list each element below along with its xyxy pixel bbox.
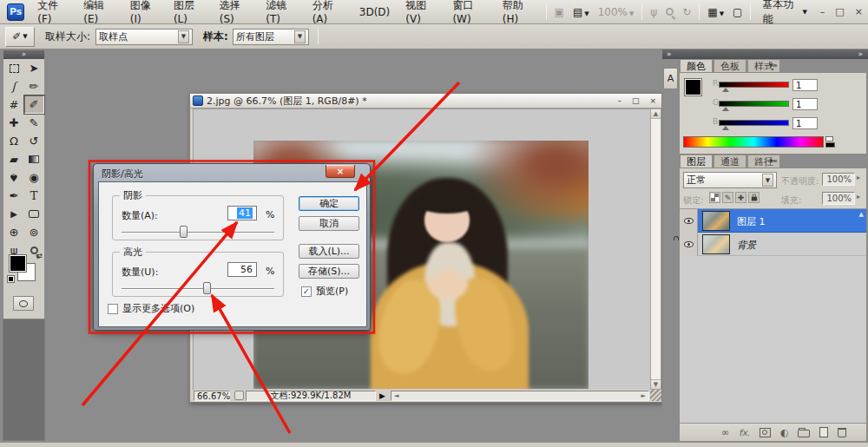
3d-orbit-tool[interactable]: ⊚ — [24, 223, 44, 241]
delete-layer-icon[interactable] — [838, 428, 846, 437]
add-mask-icon[interactable] — [760, 428, 771, 437]
quick-selection-tool[interactable]: ✏ — [24, 77, 44, 95]
3d-rotate-tool[interactable]: ⊕ — [4, 223, 24, 241]
slider-thumb-icon[interactable] — [722, 107, 729, 111]
dodge-tool[interactable]: ◉ — [24, 168, 44, 187]
scroll-up-icon[interactable]: ▲ — [859, 211, 864, 218]
bridge-icon[interactable]: ▣ — [550, 6, 569, 18]
app-minimize-button[interactable]: – — [815, 6, 831, 17]
scroll-down-icon[interactable]: ▼ — [651, 379, 661, 389]
arrange-documents-icon[interactable]: ▦▼ — [703, 6, 728, 18]
blue-channel-slider[interactable] — [719, 120, 789, 126]
eyedropper-tool-selected[interactable]: ✐ — [24, 95, 44, 114]
layer-style-fx-icon[interactable]: fx. — [739, 428, 750, 437]
blend-mode-select[interactable]: 正常 ▼ — [683, 172, 777, 188]
foreground-color-swatch[interactable] — [10, 255, 26, 272]
menu-filter[interactable]: 滤镜(T) — [258, 3, 304, 22]
vertical-scrollbar[interactable]: ▲ ▼ — [650, 108, 661, 390]
pen-tool[interactable]: ✒ — [4, 187, 24, 205]
menu-view[interactable]: 视图(V) — [398, 3, 444, 22]
shadow-amount-input[interactable]: 41 — [227, 206, 257, 220]
eraser-tool[interactable]: ▰ — [4, 150, 24, 168]
workspace-switcher[interactable]: 基本功能 ▼ — [754, 3, 814, 22]
crop-tool[interactable]: # — [4, 95, 24, 114]
screen-mode-icon[interactable]: ▢ — [728, 6, 746, 18]
panel-menu-icon[interactable]: ▾≡ — [769, 62, 777, 69]
color-spectrum-ramp[interactable] — [683, 136, 824, 148]
layer-row-selected[interactable]: 图层 1 ▲ — [680, 209, 866, 233]
blur-tool[interactable]: ♠ — [4, 168, 24, 187]
default-colors-icon[interactable] — [8, 276, 14, 282]
clone-stamp-tool[interactable]: Ω — [4, 132, 24, 150]
document-title-bar[interactable]: 2.jpg @ 66.7% (图层 1, RGB/8#) * – □ × — [190, 94, 661, 108]
new-group-icon[interactable] — [798, 430, 810, 437]
slider-thumb-icon[interactable] — [722, 126, 729, 130]
menu-window[interactable]: 窗口(W) — [444, 3, 494, 22]
collapse-dock-icon[interactable]: » — [667, 49, 672, 58]
status-menu-arrow-icon[interactable]: ▶ — [379, 391, 385, 400]
menu-edit[interactable]: 编辑(E) — [76, 3, 122, 22]
red-channel-slider[interactable] — [719, 82, 789, 88]
doc-close-button[interactable]: × — [644, 96, 661, 105]
dialog-close-button[interactable]: × — [326, 165, 355, 178]
tab-color[interactable]: 颜色 — [680, 59, 713, 72]
adjustment-layer-icon[interactable]: ◐ — [780, 427, 789, 438]
scroll-up-icon[interactable]: ▲ — [651, 109, 661, 119]
view-extras-icon[interactable]: ▤▼ — [569, 6, 594, 18]
character-panel-button[interactable]: A — [663, 68, 678, 89]
zoom-percentage-field[interactable]: 66.67% — [194, 391, 230, 401]
visibility-toggle[interactable] — [680, 209, 698, 233]
red-value-field[interactable]: 1 — [792, 79, 818, 91]
history-brush-tool[interactable]: ↺ — [24, 132, 44, 150]
menu-file[interactable]: 文件(F) — [30, 3, 76, 22]
panel-collapse-icon[interactable]: » — [3, 50, 44, 59]
white-swatch[interactable] — [825, 136, 833, 141]
tool-preset-picker[interactable]: ✐ ▼ — [5, 27, 35, 47]
fill-field[interactable]: 100% — [822, 192, 855, 205]
doc-maximize-button[interactable]: □ — [627, 96, 645, 105]
visibility-toggle[interactable] — [680, 233, 698, 256]
rectangular-marquee-tool[interactable] — [4, 59, 24, 77]
menu-layer[interactable]: 图层(L) — [166, 3, 212, 22]
foreground-color-swatch[interactable] — [685, 79, 701, 95]
quick-mask-button[interactable] — [13, 296, 34, 311]
load-button[interactable]: 载入(L)... — [299, 244, 359, 259]
opacity-spinner-icon[interactable]: ▸ — [857, 174, 860, 181]
opacity-field[interactable]: 100% — [822, 173, 855, 186]
shadow-slider-thumb[interactable] — [180, 226, 187, 238]
resize-grip[interactable] — [650, 390, 661, 401]
lock-position-icon[interactable]: ✚ — [735, 192, 746, 203]
highlight-amount-slider[interactable] — [122, 288, 274, 289]
lasso-tool[interactable]: ʃ — [4, 77, 24, 95]
swap-colors-icon[interactable]: ⇄ — [36, 252, 43, 260]
layer-name[interactable]: 图层 1 — [737, 215, 766, 228]
lock-transparency-icon[interactable] — [709, 192, 720, 203]
save-button[interactable]: 存储(S)... — [299, 264, 359, 279]
menu-3d[interactable]: 3D(D) — [352, 3, 398, 22]
tab-channels[interactable]: 通道 — [713, 154, 746, 168]
show-more-options-checkbox[interactable] — [108, 304, 118, 314]
shadow-amount-slider[interactable] — [122, 232, 274, 233]
lock-all-icon[interactable] — [748, 192, 760, 203]
lock-pixels-icon[interactable]: ✎ — [722, 192, 733, 203]
ok-button[interactable]: 确定 — [299, 196, 359, 211]
doc-minimize-button[interactable]: – — [612, 96, 627, 105]
app-close-button[interactable]: × — [850, 6, 868, 17]
gradient-tool[interactable] — [24, 150, 44, 168]
menu-help[interactable]: 帮助(H) — [495, 3, 542, 22]
green-channel-slider[interactable] — [719, 101, 789, 107]
highlight-amount-input[interactable]: 56 — [227, 262, 257, 277]
menu-image[interactable]: 图像(I) — [122, 3, 166, 22]
layer-thumbnail[interactable] — [702, 234, 730, 254]
layer-row-background[interactable]: 背景 — [680, 233, 866, 256]
collapse-dock-icon[interactable]: » — [858, 49, 863, 58]
new-layer-icon[interactable] — [819, 427, 828, 437]
brush-tool[interactable]: ✎ — [24, 114, 44, 132]
menu-select[interactable]: 选择(S) — [212, 3, 259, 22]
tab-swatches[interactable]: 色板 — [713, 59, 746, 72]
slider-thumb-icon[interactable] — [722, 88, 729, 92]
green-value-field[interactable]: 1 — [792, 98, 818, 110]
fill-spinner-icon[interactable]: ▸ — [857, 193, 860, 200]
menu-analysis[interactable]: 分析(A) — [305, 3, 352, 22]
layer-thumbnail[interactable] — [702, 211, 730, 231]
